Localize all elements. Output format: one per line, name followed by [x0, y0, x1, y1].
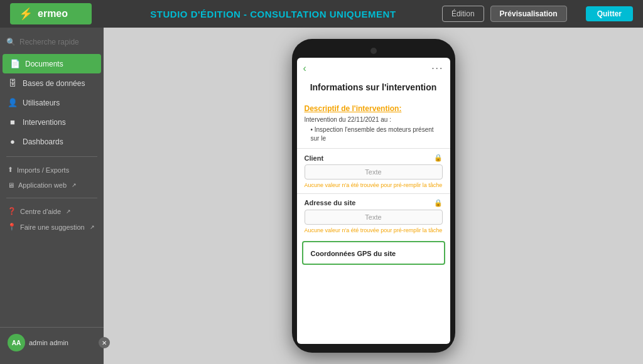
- sidebar-item-label: Application web: [18, 181, 67, 189]
- search-input[interactable]: [19, 38, 97, 46]
- adresse-label: Adresse du site: [305, 199, 356, 206]
- previsualisation-button[interactable]: Prévisualisation: [490, 6, 567, 22]
- more-options-button[interactable]: ···: [431, 63, 443, 74]
- sidebar-item-application-web[interactable]: 🖥 Application web ↗: [0, 178, 104, 193]
- sidebar-item-label: Utilisateurs: [23, 99, 60, 107]
- adresse-field-header: Adresse du site 🔒: [305, 199, 443, 207]
- quitter-button[interactable]: Quitter: [586, 6, 633, 21]
- top-header: ⚡ ermeo STUDIO D'ÉDITION - CONSULTATION …: [0, 0, 643, 28]
- sidebar-item-label: Centre d'aide: [20, 208, 61, 215]
- sidebar-item-suggestion[interactable]: 📍 Faire une suggestion ↗: [0, 219, 104, 235]
- app-web-icon: 🖥: [8, 181, 14, 189]
- client-lock-icon: 🔒: [434, 154, 443, 162]
- sidebar-item-label: Dashboards: [23, 137, 63, 146]
- gps-label: Coordonnées GPS du site: [311, 250, 396, 257]
- logo-text: ermeo: [38, 8, 68, 19]
- help-icon: ❓: [8, 207, 16, 215]
- back-button[interactable]: ‹: [303, 63, 306, 74]
- header-right: Édition Prévisualisation Quitter: [442, 6, 633, 22]
- sidebar-item-label: Interventions: [23, 118, 66, 127]
- main-layout: 🔍 📄 Documents 🗄 Bases de données 👤 Utili…: [0, 28, 643, 364]
- adresse-lock-icon: 🔒: [434, 199, 443, 207]
- screen-topbar: ‹ ···: [297, 58, 450, 79]
- sidebar-item-centre-aide[interactable]: ❓ Centre d'aide ↗: [0, 203, 104, 219]
- sidebar-bottom: AA admin admin ✕: [0, 327, 104, 358]
- client-label: Client: [305, 154, 324, 162]
- screen-title: Informations sur l'intervention: [297, 79, 450, 99]
- sidebar-item-label: Faire une suggestion: [20, 223, 85, 231]
- suggestion-icon: 📍: [8, 223, 16, 231]
- external-link-icon: ↗: [72, 182, 77, 188]
- nav-divider: [6, 156, 97, 157]
- close-sidebar-button[interactable]: ✕: [99, 337, 110, 348]
- phone-camera: [370, 48, 377, 54]
- section-text: Intervention du 22/11/2021 au :: [305, 115, 443, 124]
- user-icon: 👤: [8, 98, 18, 107]
- sidebar-item-label: Documents: [25, 60, 63, 68]
- edition-button[interactable]: Édition: [442, 6, 484, 22]
- database-icon: 🗄: [8, 78, 18, 88]
- logo-icon: ⚡: [19, 7, 33, 21]
- logo-area: ⚡ ermeo: [10, 3, 92, 24]
- client-field-header: Client 🔒: [305, 154, 443, 162]
- interventions-icon: ■: [8, 117, 18, 127]
- adresse-warning: Aucune valeur n'a été trouvée pour pré-r…: [305, 227, 443, 235]
- studio-title: STUDIO D'ÉDITION - CONSULTATION UNIQUEME…: [104, 9, 442, 19]
- adresse-input[interactable]: Texte: [305, 210, 443, 225]
- phone-mockup: ‹ ··· Informations sur l'intervention De…: [292, 39, 455, 353]
- client-field-block: Client 🔒 Texte Aucune valeur n'a été tro…: [297, 148, 450, 193]
- description-section: Descriptif de l'intervention: Interventi…: [297, 99, 450, 148]
- dashboards-icon: ●: [8, 137, 18, 146]
- avatar: AA: [8, 334, 25, 351]
- section-label: Descriptif de l'intervention:: [305, 104, 443, 113]
- admin-name: admin admin: [29, 339, 68, 346]
- content-area: ‹ ··· Informations sur l'intervention De…: [104, 28, 643, 364]
- nav-divider-2: [6, 198, 97, 198]
- sidebar-item-documents[interactable]: 📄 Documents: [3, 54, 101, 73]
- sidebar-item-label: Bases de données: [23, 79, 85, 88]
- documents-icon: 📄: [10, 59, 20, 68]
- search-bar[interactable]: 🔍: [0, 34, 104, 50]
- sidebar-item-utilisateurs[interactable]: 👤 Utilisateurs: [0, 93, 104, 112]
- sidebar-item-label: Imports / Exports: [17, 166, 69, 174]
- sidebar-item-dashboards[interactable]: ● Dashboards: [0, 132, 104, 151]
- section-bullet: • Inspection l'ensemble des moteurs prés…: [305, 126, 443, 143]
- sidebar-item-interventions[interactable]: ■ Interventions: [0, 112, 104, 132]
- phone-screen: ‹ ··· Informations sur l'intervention De…: [297, 58, 450, 344]
- sidebar: 🔍 📄 Documents 🗄 Bases de données 👤 Utili…: [0, 28, 104, 364]
- client-warning: Aucune valeur n'a été trouvée pour pré-r…: [305, 182, 443, 190]
- search-icon: 🔍: [6, 38, 16, 46]
- sidebar-item-imports-exports[interactable]: ⬆ Imports / Exports: [0, 162, 104, 178]
- gps-field-block: Coordonnées GPS du site: [302, 241, 445, 265]
- import-icon: ⬆: [8, 166, 13, 174]
- sidebar-item-bases-de-donnees[interactable]: 🗄 Bases de données: [0, 73, 104, 93]
- client-input[interactable]: Texte: [305, 164, 443, 179]
- adresse-field-block: Adresse du site 🔒 Texte Aucune valeur n'…: [297, 193, 450, 238]
- external-link-icon: ↗: [66, 208, 71, 215]
- external-link-icon: ↗: [90, 224, 95, 230]
